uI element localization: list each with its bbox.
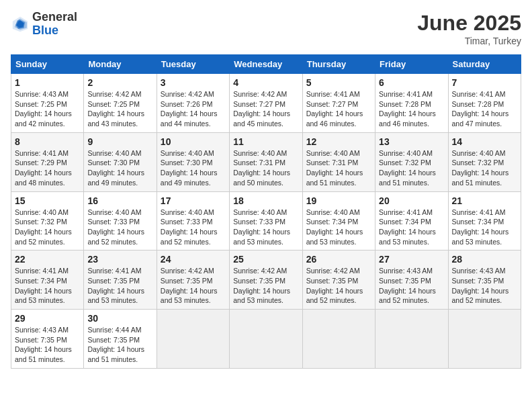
calendar-cell: 5 Sunrise: 4:41 AMSunset: 7:27 PMDayligh…: [302, 74, 375, 133]
day-number: 25: [233, 254, 298, 265]
day-info: Sunrise: 4:41 AMSunset: 7:28 PMDaylight:…: [452, 90, 509, 128]
calendar-cell: [230, 310, 302, 369]
calendar-cell: 1 Sunrise: 4:43 AMSunset: 7:25 PMDayligh…: [11, 74, 84, 133]
calendar-cell: 7 Sunrise: 4:41 AMSunset: 7:28 PMDayligh…: [448, 74, 521, 133]
day-info: Sunrise: 4:41 AMSunset: 7:28 PMDaylight:…: [379, 90, 436, 128]
col-header-monday: Monday: [84, 55, 157, 74]
calendar-cell: 6 Sunrise: 4:41 AMSunset: 7:28 PMDayligh…: [375, 74, 448, 133]
day-number: 9: [87, 136, 152, 147]
day-info: Sunrise: 4:42 AMSunset: 7:35 PMDaylight:…: [161, 267, 218, 304]
location-subtitle: Timar, Turkey: [417, 36, 521, 46]
calendar-cell: 10 Sunrise: 4:40 AMSunset: 7:30 PMDaylig…: [157, 132, 229, 191]
calendar-cell: [375, 310, 448, 369]
calendar-cell: 19 Sunrise: 4:40 AMSunset: 7:34 PMDaylig…: [302, 191, 375, 250]
day-number: 26: [306, 254, 371, 265]
day-number: 13: [379, 136, 444, 147]
day-number: 8: [15, 136, 80, 147]
day-number: 10: [161, 136, 226, 147]
day-number: 21: [452, 195, 517, 206]
day-number: 24: [161, 254, 226, 265]
day-number: 3: [161, 77, 226, 88]
day-info: Sunrise: 4:44 AMSunset: 7:35 PMDaylight:…: [87, 326, 144, 363]
calendar-cell: 14 Sunrise: 4:40 AMSunset: 7:32 PMDaylig…: [448, 132, 521, 191]
day-number: 20: [379, 195, 444, 206]
calendar-table: SundayMondayTuesdayWednesdayThursdayFrid…: [11, 54, 521, 369]
logo-text: General Blue: [32, 11, 77, 38]
day-number: 1: [15, 77, 80, 88]
day-info: Sunrise: 4:40 AMSunset: 7:33 PMDaylight:…: [87, 208, 144, 246]
calendar-cell: 29 Sunrise: 4:43 AMSunset: 7:35 PMDaylig…: [11, 310, 84, 369]
logo: General Blue: [11, 11, 77, 38]
day-info: Sunrise: 4:40 AMSunset: 7:32 PMDaylight:…: [379, 149, 436, 187]
calendar-cell: 17 Sunrise: 4:40 AMSunset: 7:33 PMDaylig…: [157, 191, 229, 250]
day-info: Sunrise: 4:41 AMSunset: 7:34 PMDaylight:…: [15, 267, 72, 304]
day-info: Sunrise: 4:40 AMSunset: 7:33 PMDaylight:…: [161, 208, 218, 246]
calendar-cell: 25 Sunrise: 4:42 AMSunset: 7:35 PMDaylig…: [230, 250, 302, 310]
day-info: Sunrise: 4:41 AMSunset: 7:34 PMDaylight:…: [379, 208, 436, 246]
day-info: Sunrise: 4:40 AMSunset: 7:30 PMDaylight:…: [161, 149, 218, 187]
day-number: 14: [452, 136, 517, 147]
day-number: 27: [379, 254, 444, 265]
day-number: 11: [233, 136, 298, 147]
calendar-cell: 20 Sunrise: 4:41 AMSunset: 7:34 PMDaylig…: [375, 191, 448, 250]
calendar-cell: 23 Sunrise: 4:41 AMSunset: 7:35 PMDaylig…: [84, 250, 157, 310]
day-info: Sunrise: 4:42 AMSunset: 7:26 PMDaylight:…: [161, 90, 218, 128]
calendar-cell: 22 Sunrise: 4:41 AMSunset: 7:34 PMDaylig…: [11, 250, 84, 310]
col-header-tuesday: Tuesday: [157, 55, 229, 74]
day-info: Sunrise: 4:40 AMSunset: 7:31 PMDaylight:…: [306, 149, 363, 187]
calendar-cell: 9 Sunrise: 4:40 AMSunset: 7:30 PMDayligh…: [84, 132, 157, 191]
day-number: 18: [233, 195, 298, 206]
calendar-cell: 30 Sunrise: 4:44 AMSunset: 7:35 PMDaylig…: [84, 310, 157, 369]
day-number: 12: [306, 136, 371, 147]
day-info: Sunrise: 4:40 AMSunset: 7:30 PMDaylight:…: [87, 149, 144, 187]
day-info: Sunrise: 4:40 AMSunset: 7:32 PMDaylight:…: [15, 208, 72, 246]
day-number: 22: [15, 254, 80, 265]
calendar-cell: 11 Sunrise: 4:40 AMSunset: 7:31 PMDaylig…: [230, 132, 302, 191]
day-info: Sunrise: 4:40 AMSunset: 7:31 PMDaylight:…: [233, 149, 290, 187]
calendar-cell: 27 Sunrise: 4:43 AMSunset: 7:35 PMDaylig…: [375, 250, 448, 310]
day-number: 19: [306, 195, 371, 206]
day-info: Sunrise: 4:43 AMSunset: 7:35 PMDaylight:…: [15, 326, 72, 363]
calendar-cell: 2 Sunrise: 4:42 AMSunset: 7:25 PMDayligh…: [84, 74, 157, 133]
day-info: Sunrise: 4:43 AMSunset: 7:35 PMDaylight:…: [379, 267, 436, 304]
calendar-cell: 12 Sunrise: 4:40 AMSunset: 7:31 PMDaylig…: [302, 132, 375, 191]
col-header-saturday: Saturday: [448, 55, 521, 74]
calendar-cell: 21 Sunrise: 4:41 AMSunset: 7:34 PMDaylig…: [448, 191, 521, 250]
day-number: 4: [233, 77, 298, 88]
calendar-cell: 18 Sunrise: 4:40 AMSunset: 7:33 PMDaylig…: [230, 191, 302, 250]
day-number: 5: [306, 77, 371, 88]
day-number: 29: [15, 313, 80, 324]
day-number: 2: [87, 77, 152, 88]
calendar-cell: [302, 310, 375, 369]
day-info: Sunrise: 4:41 AMSunset: 7:35 PMDaylight:…: [87, 267, 144, 304]
calendar-cell: [157, 310, 229, 369]
col-header-thursday: Thursday: [302, 55, 375, 74]
day-number: 6: [379, 77, 444, 88]
day-number: 30: [87, 313, 152, 324]
day-info: Sunrise: 4:43 AMSunset: 7:25 PMDaylight:…: [15, 90, 72, 128]
day-number: 15: [15, 195, 80, 206]
day-info: Sunrise: 4:43 AMSunset: 7:35 PMDaylight:…: [452, 267, 509, 304]
calendar-cell: 3 Sunrise: 4:42 AMSunset: 7:26 PMDayligh…: [157, 74, 229, 133]
calendar-cell: [448, 310, 521, 369]
calendar-cell: 26 Sunrise: 4:42 AMSunset: 7:35 PMDaylig…: [302, 250, 375, 310]
day-info: Sunrise: 4:40 AMSunset: 7:32 PMDaylight:…: [452, 149, 509, 187]
month-title: June 2025: [417, 11, 521, 36]
page-header: General Blue June 2025 Timar, Turkey: [11, 11, 521, 46]
day-info: Sunrise: 4:42 AMSunset: 7:35 PMDaylight:…: [306, 267, 363, 304]
calendar-cell: 16 Sunrise: 4:40 AMSunset: 7:33 PMDaylig…: [84, 191, 157, 250]
calendar-cell: 8 Sunrise: 4:41 AMSunset: 7:29 PMDayligh…: [11, 132, 84, 191]
day-info: Sunrise: 4:42 AMSunset: 7:25 PMDaylight:…: [87, 90, 144, 128]
calendar-cell: 24 Sunrise: 4:42 AMSunset: 7:35 PMDaylig…: [157, 250, 229, 310]
day-info: Sunrise: 4:40 AMSunset: 7:34 PMDaylight:…: [306, 208, 363, 246]
day-number: 23: [87, 254, 152, 265]
col-header-sunday: Sunday: [11, 55, 84, 74]
logo-icon: [11, 15, 30, 34]
day-number: 28: [452, 254, 517, 265]
col-header-friday: Friday: [375, 55, 448, 74]
calendar-cell: 13 Sunrise: 4:40 AMSunset: 7:32 PMDaylig…: [375, 132, 448, 191]
calendar-cell: 28 Sunrise: 4:43 AMSunset: 7:35 PMDaylig…: [448, 250, 521, 310]
day-info: Sunrise: 4:42 AMSunset: 7:27 PMDaylight:…: [233, 90, 290, 128]
day-number: 7: [452, 77, 517, 88]
day-number: 17: [161, 195, 226, 206]
